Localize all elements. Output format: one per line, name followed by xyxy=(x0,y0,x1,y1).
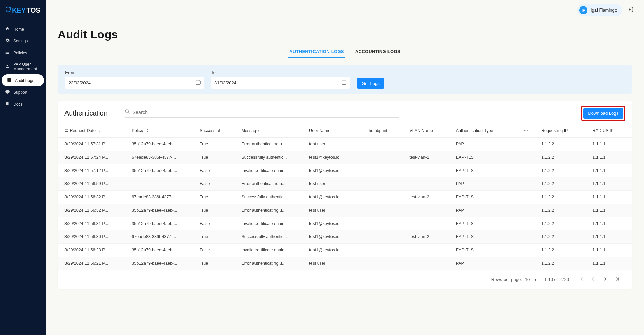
from-date-input[interactable]: 23/03/2024 xyxy=(65,77,204,89)
home-icon xyxy=(5,26,10,32)
cell: False xyxy=(196,217,238,230)
cell xyxy=(520,138,538,151)
cell: EAP-TLS xyxy=(453,191,520,204)
cell xyxy=(520,151,538,164)
content: Audit Logs AUTHENTICATION LOGSACCOUNTING… xyxy=(46,20,644,335)
user-chip[interactable]: IF Igal Flamingo xyxy=(577,4,622,16)
cell: EAP-TLS xyxy=(453,244,520,257)
first-page-button[interactable] xyxy=(576,275,585,284)
chevron-down-icon: ▾ xyxy=(534,277,537,282)
search-wrap[interactable] xyxy=(125,109,399,118)
cell: 3/29/2024 11:56:30 P... xyxy=(58,230,128,244)
cell xyxy=(520,230,538,244)
header: IF Igal Flamingo xyxy=(46,0,644,20)
col-label: Authentication Type xyxy=(456,128,493,133)
get-logs-button[interactable]: Get Logs xyxy=(357,78,384,89)
search-input[interactable] xyxy=(133,110,399,115)
sidebar-item-audit-logs[interactable]: Audit Logs xyxy=(2,74,44,86)
download-highlight: Download Logs xyxy=(581,106,625,121)
col-more[interactable]: ⋯ xyxy=(520,124,538,138)
cell: test-vlan-2 xyxy=(406,230,452,244)
sidebar-item-docs[interactable]: Docs xyxy=(0,98,46,110)
sidebar-item-label: Home xyxy=(13,27,24,32)
next-page-button[interactable] xyxy=(601,275,610,284)
sidebar-item-home[interactable]: Home xyxy=(0,23,46,35)
cell xyxy=(406,164,452,177)
col-label: Requesting IP xyxy=(541,128,568,133)
table-row[interactable]: 3/29/2024 11:56:32 P...35b12a79-baee-4ae… xyxy=(58,204,632,217)
cell: 3/29/2024 11:56:59 P... xyxy=(58,177,128,191)
cell: True xyxy=(196,191,238,204)
cell xyxy=(520,177,538,191)
cell: Invalid certificate chain xyxy=(238,244,306,257)
to-date-input[interactable]: 31/03/2024 xyxy=(211,77,350,89)
table-row[interactable]: 3/29/2024 11:56:31 P...35b12a79-baee-4ae… xyxy=(58,217,632,230)
cell xyxy=(363,230,406,244)
cell xyxy=(363,244,406,257)
cell: 3/29/2024 11:56:32 P... xyxy=(58,204,128,217)
cell: test1@keytos.io xyxy=(306,151,363,164)
table-row[interactable]: 3/29/2024 11:56:32 P...67eade83-386f-437… xyxy=(58,191,632,204)
table-row[interactable]: 3/29/2024 11:56:21 P...35b12a79-baee-4ae… xyxy=(58,257,632,270)
col-policy-id[interactable]: Policy ID xyxy=(128,124,196,138)
table-row[interactable]: 3/29/2024 11:57:12 P...35b12a79-baee-4ae… xyxy=(58,164,632,177)
col-user-name[interactable]: User Name xyxy=(306,124,363,138)
user-name: Igal Flamingo xyxy=(591,7,617,13)
table-row[interactable]: 3/29/2024 11:56:30 P...67eade83-386f-437… xyxy=(58,230,632,244)
cell: 3/29/2024 11:56:31 P... xyxy=(58,217,128,230)
tab-authentication-logs[interactable]: AUTHENTICATION LOGS xyxy=(288,46,345,58)
col-label: Successful xyxy=(200,128,220,133)
download-logs-button[interactable]: Download Logs xyxy=(583,108,623,119)
table-row[interactable]: 3/29/2024 11:57:31 P...35b12a79-baee-4ae… xyxy=(58,138,632,151)
col-vlan-name[interactable]: VLAN Name xyxy=(406,124,452,138)
cell: 3/29/2024 11:56:32 P... xyxy=(58,191,128,204)
cell: True xyxy=(196,138,238,151)
svg-rect-0 xyxy=(8,78,11,82)
cell: 1.1.1.1 xyxy=(589,191,632,204)
cell: 1.1.2.2 xyxy=(538,230,589,244)
cell: 1.1.1.1 xyxy=(589,177,632,191)
cell: EAP-TLS xyxy=(453,164,520,177)
table-row[interactable]: 3/29/2024 11:56:59 P...FalseError authen… xyxy=(58,177,632,191)
cell: test user xyxy=(306,138,363,151)
cell: test-vlan-2 xyxy=(406,191,452,204)
sidebar-item-settings[interactable]: Settings xyxy=(0,35,46,47)
table-row[interactable]: 3/29/2024 11:57:24 P...67eade83-386f-437… xyxy=(58,151,632,164)
cell: Successfully authentic... xyxy=(238,191,306,204)
cell: Successfully authentic... xyxy=(238,230,306,244)
cell: test-vlan-2 xyxy=(406,151,452,164)
cell xyxy=(406,177,452,191)
calendar-icon xyxy=(341,80,347,86)
cell: Error authenticating u... xyxy=(238,204,306,217)
cell: 1.1.1.1 xyxy=(589,138,632,151)
col-requesting-ip[interactable]: Requesting IP xyxy=(538,124,589,138)
cell: Error authenticating u... xyxy=(238,138,306,151)
tab-accounting-logs[interactable]: ACCOUNTING LOGS xyxy=(354,46,402,58)
col-successful[interactable]: Successful xyxy=(196,124,238,138)
col-radius-ip[interactable]: RADIUS IP xyxy=(589,124,632,138)
cell xyxy=(406,217,452,230)
cell xyxy=(520,217,538,230)
sidebar-item-pap-user-management[interactable]: PAP User Management xyxy=(0,59,46,74)
cell xyxy=(363,217,406,230)
cell xyxy=(363,138,406,151)
cell xyxy=(363,164,406,177)
panel: Authentication Download Logs xyxy=(58,101,632,289)
table-row[interactable]: 3/29/2024 11:56:23 P...35b12a79-baee-4ae… xyxy=(58,244,632,257)
cell: False xyxy=(196,164,238,177)
cell: 35b12a79-baee-4aeb-... xyxy=(128,217,196,230)
sidebar-item-support[interactable]: Support xyxy=(0,86,46,98)
last-page-button[interactable] xyxy=(613,275,622,284)
sidebar-item-policies[interactable]: Policies xyxy=(0,47,46,59)
cell: test1@keytos.io xyxy=(306,191,363,204)
logout-icon[interactable] xyxy=(628,6,634,14)
clipboard-icon xyxy=(7,77,12,83)
rows-per-page-select[interactable]: 10 ▾ xyxy=(525,277,537,282)
col-request-date[interactable]: Request Date ↓ xyxy=(58,124,128,138)
col-auth-type[interactable]: Authentication Type xyxy=(453,124,520,138)
cell: 1.1.1.1 xyxy=(589,257,632,270)
col-message[interactable]: Message xyxy=(238,124,306,138)
col-thumbprint[interactable]: Thumbprint xyxy=(363,124,406,138)
prev-page-button[interactable] xyxy=(589,275,598,284)
sidebar-item-label: PAP User Management xyxy=(13,62,41,71)
